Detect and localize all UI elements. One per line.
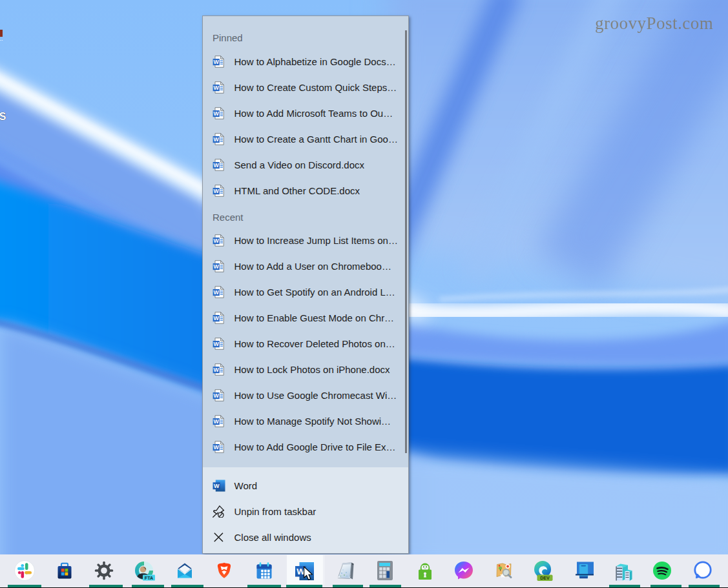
svg-text:ES: ES [0,111,6,122]
svg-text:W: W [214,483,220,489]
svg-text:DEV: DEV [540,576,550,580]
svg-text:W: W [214,162,220,168]
svg-text:W: W [214,59,220,65]
svg-text:FTA: FTA [145,575,153,581]
svg-text:W: W [214,315,220,321]
svg-text:W: W [214,238,220,244]
svg-text:W: W [214,289,220,296]
svg-text:W: W [214,341,220,347]
svg-text:W: W [214,444,220,451]
svg-text:W: W [214,85,220,91]
svg-text:W: W [214,367,220,373]
svg-text:...: ... [0,35,3,42]
svg-text:W: W [214,188,220,194]
svg-text:W: W [214,392,220,399]
svg-text:W: W [214,418,220,425]
svg-text:W: W [214,110,220,117]
svg-text:W: W [214,263,220,270]
svg-text:W: W [214,136,220,143]
